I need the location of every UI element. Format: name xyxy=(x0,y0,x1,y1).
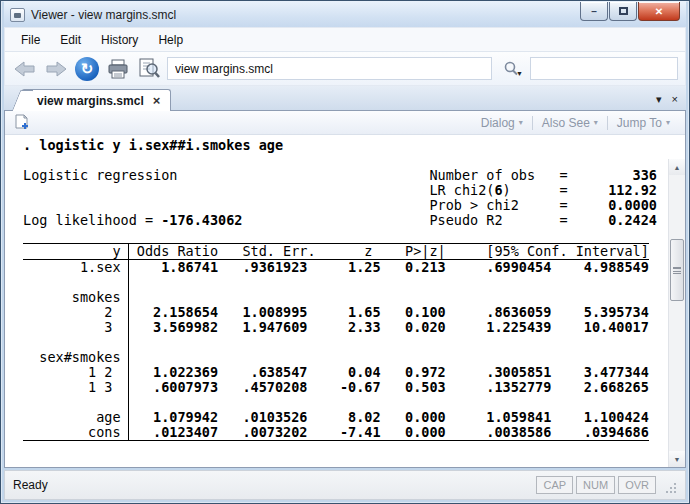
maximize-button[interactable] xyxy=(609,2,637,21)
row-data-cell: 3.569982 1.947609 2.33 0.020 1.225439 10… xyxy=(129,320,649,335)
search-menu-button[interactable]: ▼ xyxy=(503,61,523,77)
jump-to-caret-icon: ▾ xyxy=(666,118,670,127)
maximize-icon xyxy=(619,7,628,15)
dialog-caret-icon: ▾ xyxy=(519,118,523,127)
scrollbar-track[interactable] xyxy=(669,175,685,451)
minimize-button[interactable]: – xyxy=(580,2,608,21)
new-document-icon xyxy=(13,114,31,132)
refresh-button[interactable]: ↻ xyxy=(74,56,100,82)
tab-bar: view margins.smcl × ▾ × xyxy=(4,86,686,110)
doc-toolbar-menus: Dialog ▾ Also See ▾ Jump To ▾ xyxy=(472,116,679,130)
close-button[interactable]: ✕ xyxy=(638,2,680,21)
pseudo-r2-label: Pseudo R2 xyxy=(429,213,559,228)
caps-lock-indicator: CAP xyxy=(536,476,573,494)
loglik-value: -176.43062 xyxy=(161,212,242,228)
prob-chi2-value: 0.0000 xyxy=(568,198,657,213)
document-panel: Dialog ▾ Also See ▾ Jump To ▾ . logistic… xyxy=(4,110,686,468)
vertical-scrollbar[interactable]: ▲ ▼ xyxy=(668,159,685,467)
app-icon xyxy=(10,8,25,22)
viewer-window: Viewer - view margins.smcl – ✕ File Edit… xyxy=(0,0,690,504)
scroll-down-icon: ▼ xyxy=(674,456,681,463)
row-data-cell: .6007973 .4570208 -0.67 0.503 .1352779 2… xyxy=(129,380,649,395)
blank-line xyxy=(23,228,665,243)
row-label-cell: 1 3 xyxy=(23,380,129,395)
also-see-menu[interactable]: Also See ▾ xyxy=(533,116,607,130)
loglik-label: Log likelihood = xyxy=(23,212,161,228)
stats-line-4: Log likelihood = -176.43062Pseudo R2=0.2… xyxy=(23,213,665,228)
lr-chi2-df: 6 xyxy=(494,182,502,198)
table-row: _cons .0123407 .0073202 -7.41 0.000 .003… xyxy=(23,425,649,440)
stats-line-3: Prob > chi2=0.0000 xyxy=(23,198,665,213)
nobs-label: Number of obs xyxy=(429,168,559,183)
regression-table: y Odds Ratio Std. Err. z P>|z| [95% Conf… xyxy=(23,243,649,441)
view-file-button[interactable] xyxy=(136,56,162,82)
back-arrow-icon xyxy=(14,61,36,77)
jump-to-menu[interactable]: Jump To ▾ xyxy=(608,116,679,130)
dialog-menu[interactable]: Dialog ▾ xyxy=(472,116,532,130)
scroll-up-button[interactable]: ▲ xyxy=(669,159,685,175)
table-row: age 1.079942 .0103526 8.02 0.000 1.05984… xyxy=(23,410,649,425)
equals-sign: = xyxy=(559,198,567,213)
row-label-cell xyxy=(23,275,129,290)
row-label-cell: age xyxy=(23,410,129,425)
lr-chi2-label: LR chi2(6) xyxy=(429,183,559,198)
tab-label: view margins.smcl xyxy=(37,94,144,108)
menu-help[interactable]: Help xyxy=(148,30,193,50)
menu-edit[interactable]: Edit xyxy=(50,30,91,50)
back-button[interactable] xyxy=(12,56,38,82)
menu-file[interactable]: File xyxy=(11,30,50,50)
search-field xyxy=(530,57,678,80)
lr-chi2-label-pre: LR chi2( xyxy=(429,182,494,198)
row-data-cell: 1.86741 .9361923 1.25 0.213 .6990454 4.9… xyxy=(129,260,649,275)
table-row xyxy=(23,335,649,350)
also-see-caret-icon: ▾ xyxy=(594,118,598,127)
loglik-line: Log likelihood = -176.43062 xyxy=(23,213,429,228)
resize-grip[interactable] xyxy=(665,482,677,494)
blank-line xyxy=(23,153,665,168)
status-bar: Ready CAP NUM OVR xyxy=(4,470,686,500)
header-depvar-cell: y xyxy=(23,244,129,259)
equals-sign: = xyxy=(559,213,567,228)
equals-sign: = xyxy=(559,183,567,198)
forward-button[interactable] xyxy=(43,56,69,82)
table-row: 3 3.569982 1.947609 2.33 0.020 1.225439 … xyxy=(23,320,649,335)
tabbar-close-icon[interactable]: × xyxy=(672,94,678,105)
document-toolbar: Dialog ▾ Also See ▾ Jump To ▾ xyxy=(5,111,685,135)
scrollbar-grip-icon xyxy=(673,267,681,274)
table-row: sex#smokes xyxy=(23,350,649,365)
address-input[interactable] xyxy=(168,58,491,79)
open-new-viewer-button[interactable] xyxy=(11,112,33,134)
print-button[interactable] xyxy=(105,56,131,82)
scrollbar-thumb[interactable] xyxy=(670,239,684,301)
row-label-cell: 1 2 xyxy=(23,365,129,380)
nobs-value: 336 xyxy=(568,168,657,183)
minimize-icon: – xyxy=(591,6,597,17)
scroll-up-icon: ▲ xyxy=(674,164,681,171)
scroll-down-button[interactable]: ▼ xyxy=(669,451,685,467)
search-input[interactable] xyxy=(531,58,677,79)
model-label: Logistic regression xyxy=(23,168,429,183)
lr-chi2-label-post: ) xyxy=(503,182,511,198)
tab-close-icon[interactable]: × xyxy=(153,93,161,108)
num-lock-indicator: NUM xyxy=(576,476,615,494)
printer-icon xyxy=(107,59,129,79)
row-label-cell xyxy=(23,335,129,350)
status-indicators: CAP NUM OVR xyxy=(536,476,677,494)
table-row: 2 2.158654 1.008995 1.65 0.100 .8636059 … xyxy=(23,305,649,320)
close-icon: ✕ xyxy=(655,6,663,17)
tab-view-margins[interactable]: view margins.smcl × xyxy=(22,89,171,111)
also-see-menu-label: Also See xyxy=(542,116,590,130)
smcl-output-area: . logistic y i.sex##i.smokes age Logisti… xyxy=(5,135,685,467)
equals-sign: = xyxy=(559,168,567,183)
jump-to-menu-label: Jump To xyxy=(617,116,662,130)
menu-history[interactable]: History xyxy=(91,30,148,50)
row-label-cell: smokes xyxy=(23,290,129,305)
menu-bar: File Edit History Help xyxy=(4,27,686,52)
table-row: 1.sex 1.86741 .9361923 1.25 0.213 .69904… xyxy=(23,260,649,275)
tab-list-caret-icon[interactable]: ▾ xyxy=(656,94,662,105)
refresh-icon: ↻ xyxy=(75,57,99,81)
lr-chi2-value: 112.92 xyxy=(568,183,657,198)
row-label-cell: 2 xyxy=(23,305,129,320)
row-data-cell: .0123407 .0073202 -7.41 0.000 .0038586 .… xyxy=(129,425,649,440)
address-bar xyxy=(167,57,492,80)
